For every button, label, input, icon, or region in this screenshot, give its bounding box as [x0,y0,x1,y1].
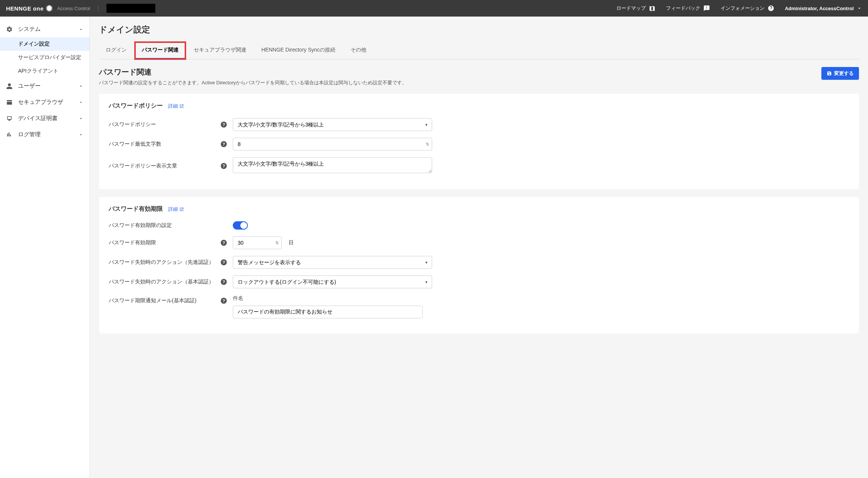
row-action-basic: パスワード失効時のアクション（基本認証） ? ロックアウトする(ログイン不可能に… [109,276,849,288]
section-desc: パスワード関連の設定をすることができます。Active Directoryからパ… [99,79,407,86]
chevron-down-icon [857,6,862,11]
user-name: Administrator, AccessControl [785,6,854,11]
tab-other[interactable]: その他 [344,42,373,59]
external-link-icon [179,104,184,108]
help-icon[interactable]: ? [221,298,227,304]
period-label: パスワード有効期限 ? [109,239,233,246]
sidebar-item-device[interactable]: デバイス証明書 [0,110,90,126]
chevron-down-icon [78,132,83,137]
enable-label: パスワード有効期限の設定 [109,222,233,229]
sidebar-item-user[interactable]: ユーザー [0,78,90,94]
chevron-down-icon [78,84,83,89]
expiry-detail-link[interactable]: 詳細 [168,206,184,213]
chevron-up-icon [78,27,83,32]
help-icon[interactable]: ? [221,122,227,128]
toggle-wrap [233,221,248,230]
period-input[interactable] [233,236,282,249]
card-title-row: パスワード有効期限 詳細 [109,205,849,213]
sidebar-item-system[interactable]: システム [0,21,90,37]
card-title: パスワードポリシー [109,102,163,110]
notify-label-text: パスワード期限通知メール(基本認証) [109,297,196,304]
notify-label: パスワード期限通知メール(基本認証) ? [109,295,233,304]
minlen-input[interactable] [233,138,432,151]
help-icon[interactable]: ? [221,141,227,147]
header-divider: | [97,5,99,11]
sidebar-item-label: ログ管理 [18,131,41,138]
tab-browser[interactable]: セキュアブラウザ関連 [187,42,253,59]
row-period: パスワード有効期限 ? ⇅ 日 [109,236,849,249]
action-basic-label: パスワード失効時のアクション（基本認証） ? [109,279,233,285]
minlen-label: パスワード最低文字数 ? [109,141,233,148]
tabs: ログイン パスワード関連 セキュアブラウザ関連 HENNGE Directory… [99,42,859,59]
header-left: HENNGE one Access Control | [6,4,155,13]
period-input-wrap: ⇅ [233,236,282,249]
save-icon [827,71,832,76]
row-minlen: パスワード最低文字数 ? ⇅ [109,138,849,151]
information-label: インフォメーション [721,5,765,12]
card-password-policy: パスワードポリシー 詳細 パスワードポリシー ? 大文字/小文字/数字/記号から… [99,94,859,189]
action-adv-label-text: パスワード失効時のアクション（先進認証） [109,259,214,266]
sidebar-subitem-api[interactable]: APIクライアント [0,64,90,78]
tab-directory[interactable]: HENNGE Directory Syncの接続 [255,42,342,59]
enable-label-text: パスワード有効期限の設定 [109,222,172,229]
policy-detail-link[interactable]: 詳細 [168,103,184,110]
action-adv-select-wrap: 警告メッセージを表示する [233,256,432,269]
sidebar-item-browser[interactable]: セキュアブラウザ [0,94,90,110]
sidebar-item-label: ユーザー [18,82,41,90]
help-icon [768,5,774,12]
tab-password[interactable]: パスワード関連 [135,42,185,59]
expiry-toggle[interactable] [233,221,248,230]
action-basic-select-wrap: ロックアウトする(ログイン不可能にする) [233,276,432,288]
policy-label-text: パスワードポリシー [109,121,156,128]
action-adv-select[interactable]: 警告メッセージを表示する [233,256,432,269]
help-icon[interactable]: ? [221,259,227,265]
sidebar-subitem-sp[interactable]: サービスプロバイダー設定 [0,51,90,64]
roadmap-label: ロードマップ [616,5,646,12]
period-label-text: パスワード有効期限 [109,239,156,246]
period-unit: 日 [288,239,294,246]
help-icon[interactable]: ? [221,279,227,285]
subject-input[interactable] [233,306,423,318]
certificate-icon [6,115,13,122]
feedback-icon [703,5,710,12]
brand: HENNGE one [6,5,53,12]
roadmap-link[interactable]: ロードマップ [616,5,656,12]
sidebar-subitem-domain[interactable]: ドメイン設定 [0,37,90,51]
sidebar-item-log[interactable]: ログ管理 [0,126,90,143]
tenant-redacted [106,4,155,13]
user-menu[interactable]: Administrator, AccessControl [785,6,862,11]
feedback-label: フィードバック [666,5,700,12]
sidebar-section-system: システム ドメイン設定 サービスプロバイダー設定 APIクライアント [0,21,90,78]
row-display: パスワードポリシー表示文章 ? [109,157,849,174]
sidebar-item-label: システム [18,26,41,33]
display-textarea[interactable] [233,157,432,173]
row-action-adv: パスワード失効時のアクション（先進認証） ? 警告メッセージを表示する [109,256,849,269]
user-icon [6,83,13,90]
row-policy: パスワードポリシー ? 大文字/小文字/数字/記号から3種以上 [109,118,849,131]
row-notify: パスワード期限通知メール(基本認証) ? 件名 [109,295,849,318]
feedback-link[interactable]: フィードバック [666,5,710,12]
policy-label: パスワードポリシー ? [109,121,233,128]
save-button[interactable]: 変更する [821,67,859,80]
help-icon[interactable]: ? [221,240,227,246]
tab-login[interactable]: ログイン [99,42,134,59]
chevron-down-icon [78,100,83,105]
help-icon[interactable]: ? [221,163,227,169]
header-right: ロードマップ フィードバック インフォメーション Administrator, … [616,5,862,12]
card-title: パスワード有効期限 [109,205,163,213]
gear-icon [6,26,13,33]
display-label: パスワードポリシー表示文章 ? [109,163,233,169]
main: ドメイン設定 ログイン パスワード関連 セキュアブラウザ関連 HENNGE Di… [90,17,868,478]
notify-control: 件名 [233,295,423,318]
policy-select[interactable]: 大文字/小文字/数字/記号から3種以上 [233,118,432,131]
information-link[interactable]: インフォメーション [721,5,774,12]
app-header: HENNGE one Access Control | ロードマップ フィードバ… [0,0,868,17]
action-basic-select[interactable]: ロックアウトする(ログイン不可能にする) [233,276,432,288]
header-subtitle: Access Control [57,6,90,11]
brand-badge-icon [46,5,53,12]
chart-icon [6,131,13,138]
sidebar-item-label: デバイス証明書 [18,115,58,122]
minlen-input-wrap: ⇅ [233,138,432,151]
action-adv-label: パスワード失効時のアクション（先進認証） ? [109,259,233,266]
page-title: ドメイン設定 [99,24,859,35]
